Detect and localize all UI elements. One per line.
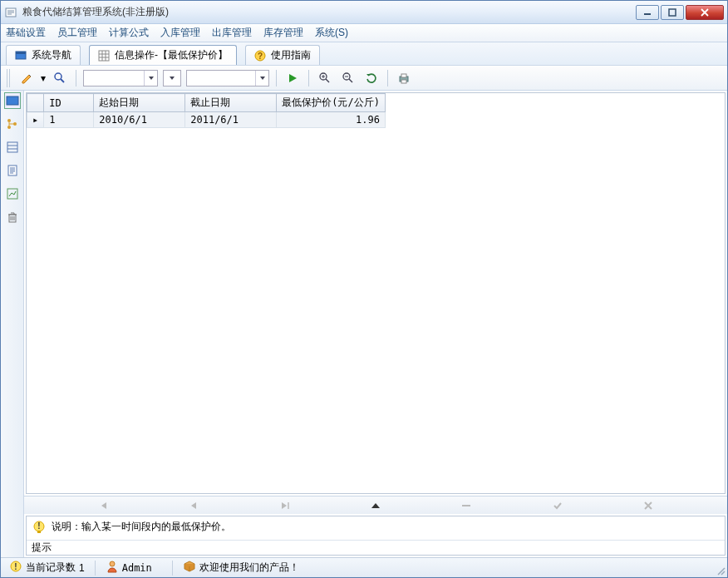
rail-view-chart[interactable] <box>4 185 21 202</box>
combo-1[interactable] <box>83 70 158 86</box>
svg-point-20 <box>13 122 17 126</box>
row-selector-header[interactable] <box>27 94 44 112</box>
svg-rect-15 <box>401 74 406 77</box>
rail-view-doc[interactable] <box>4 162 21 179</box>
status-user: Admin <box>101 560 167 576</box>
nav-delete-button[interactable] <box>421 496 512 514</box>
zoom-in-button[interactable] <box>316 69 334 87</box>
minimize-button[interactable] <box>636 5 659 20</box>
nav-post-button[interactable] <box>512 496 603 514</box>
svg-text:!: ! <box>14 562 17 571</box>
nav-first-button[interactable] <box>57 496 148 514</box>
run-button[interactable] <box>283 69 302 87</box>
toolbar: ▾ <box>1 66 727 91</box>
records-label: 当前记录数 <box>26 561 76 575</box>
cell-start[interactable]: 2010/6/1 <box>94 112 185 128</box>
title-bar: 粮食代储结算管理系统(非注册版) <box>1 1 727 24</box>
edit-button[interactable] <box>17 69 36 87</box>
status-records: ! 当前记录数 1 <box>4 560 90 576</box>
cell-end[interactable]: 2011/6/1 <box>185 112 277 128</box>
welcome-text: 欢迎使用我们的产品！ <box>199 561 299 575</box>
window-title: 粮食代储结算管理系统(非注册版) <box>22 5 636 19</box>
svg-point-8 <box>55 73 61 80</box>
svg-rect-25 <box>462 505 470 506</box>
svg-rect-4 <box>16 52 26 54</box>
tab-label: 使用指南 <box>271 48 311 62</box>
left-rail <box>1 91 24 557</box>
main-panel: ID 起始日期 截止日期 最低保护价(元/公斤) ▸ 1 2010/6/1 20… <box>24 91 727 557</box>
content-area: ID 起始日期 截止日期 最低保护价(元/公斤) ▸ 1 2010/6/1 20… <box>1 91 727 557</box>
records-value: 1 <box>79 562 85 574</box>
table-row[interactable]: ▸ 1 2010/6/1 2011/6/1 1.96 <box>27 112 386 128</box>
svg-line-9 <box>61 79 64 82</box>
tab-guide[interactable]: ? 使用指南 <box>245 45 320 65</box>
cell-price[interactable]: 1.96 <box>277 112 386 128</box>
menu-inbound[interactable]: 入库管理 <box>160 26 200 40</box>
tab-label: 信息操作-【最低保护价】 <box>115 48 228 62</box>
svg-rect-27 <box>37 531 41 533</box>
nav-append-button[interactable] <box>330 496 421 514</box>
status-bar: ! 当前记录数 1 Admin 欢迎使用我们的产品！ <box>1 557 727 577</box>
menu-system[interactable]: 系统(S) <box>315 26 348 40</box>
svg-rect-21 <box>7 142 17 152</box>
combo-3[interactable] <box>186 70 269 86</box>
menu-bar: 基础设置 员工管理 计算公式 入库管理 出库管理 库存管理 系统(S) <box>1 24 727 42</box>
window-icon <box>15 50 27 62</box>
row-indicator-icon: ▸ <box>27 112 44 128</box>
zoom-out-button[interactable] <box>339 69 357 87</box>
user-icon <box>106 560 119 576</box>
col-price[interactable]: 最低保护价(元/公斤) <box>277 94 386 112</box>
col-start-date[interactable]: 起始日期 <box>94 94 185 112</box>
find-button[interactable] <box>51 69 69 87</box>
tab-system-nav[interactable]: 系统导航 <box>6 45 81 65</box>
dropdown-arrow-icon[interactable]: ▾ <box>41 72 46 84</box>
grid-icon <box>98 50 110 62</box>
svg-line-13 <box>349 79 352 82</box>
cell-id[interactable]: 1 <box>44 112 94 128</box>
info-icon: ! <box>9 560 22 576</box>
hint-label: 说明： <box>52 521 81 532</box>
close-button[interactable] <box>686 5 724 20</box>
svg-rect-22 <box>8 165 17 175</box>
rail-view-grid[interactable] <box>4 92 21 109</box>
data-grid[interactable]: ID 起始日期 截止日期 最低保护价(元/公斤) ▸ 1 2010/6/1 20… <box>26 92 726 494</box>
nav-cancel-button[interactable] <box>603 496 694 514</box>
menu-formula[interactable]: 计算公式 <box>109 26 149 40</box>
grid-header-row: ID 起始日期 截止日期 最低保护价(元/公斤) <box>27 94 386 112</box>
help-icon: ? <box>254 50 266 62</box>
svg-text:?: ? <box>258 52 263 61</box>
lightbulb-icon: ! <box>32 520 47 535</box>
status-welcome: 欢迎使用我们的产品！ <box>178 560 304 576</box>
combo-2[interactable] <box>163 70 181 86</box>
rail-view-detail[interactable] <box>4 139 21 156</box>
svg-point-31 <box>110 561 115 566</box>
nav-next-button[interactable] <box>239 496 330 514</box>
col-end-date[interactable]: 截止日期 <box>185 94 277 112</box>
hint-tab-label: 提示 <box>32 541 52 555</box>
rail-view-tree[interactable] <box>4 116 21 132</box>
toolbar-grip <box>6 69 11 87</box>
user-name: Admin <box>122 562 152 574</box>
svg-rect-5 <box>99 51 109 61</box>
record-navigator <box>24 496 727 514</box>
menu-basic-settings[interactable]: 基础设置 <box>6 26 46 40</box>
app-window: 粮食代储结算管理系统(非注册版) 基础设置 员工管理 计算公式 入库管理 出库管… <box>0 0 728 578</box>
svg-text:!: ! <box>37 521 40 531</box>
svg-rect-17 <box>7 96 18 105</box>
refresh-button[interactable] <box>362 69 381 87</box>
menu-staff[interactable]: 员工管理 <box>57 26 97 40</box>
svg-point-18 <box>7 119 11 122</box>
rail-delete[interactable] <box>4 209 21 225</box>
resize-grip-icon[interactable] <box>715 565 726 576</box>
print-button[interactable] <box>395 69 413 87</box>
svg-rect-2 <box>669 9 676 16</box>
tab-info-op[interactable]: 信息操作-【最低保护价】 <box>89 45 237 65</box>
nav-prev-button[interactable] <box>148 496 239 514</box>
menu-outbound[interactable]: 出库管理 <box>212 26 252 40</box>
maximize-button[interactable] <box>661 5 684 20</box>
box-icon <box>183 560 196 576</box>
svg-point-19 <box>7 126 11 129</box>
menu-inventory[interactable]: 库存管理 <box>263 26 303 40</box>
col-id[interactable]: ID <box>44 94 94 112</box>
hint-text: 输入某一时间段内的最低保护价。 <box>81 521 231 532</box>
